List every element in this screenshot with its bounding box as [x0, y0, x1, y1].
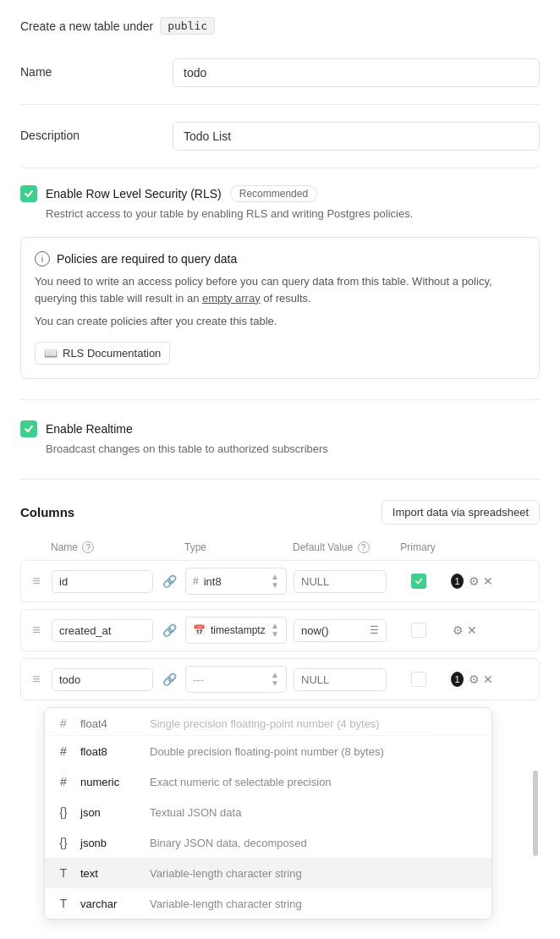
default-with-icon-2[interactable]: now() ☰	[294, 619, 387, 642]
table-row: ≡ 🔗 --- ▲▼ 1 ⚙ ✕	[20, 658, 540, 700]
row-actions-2: ⚙ ✕	[451, 623, 493, 637]
type-dropdown: # float4 Single precision floating-point…	[20, 707, 540, 920]
check-icon-1	[415, 577, 423, 585]
list-item[interactable]: # numeric Exact numeric of selectable pr…	[45, 766, 491, 797]
divider-3	[20, 399, 540, 400]
columns-title: Columns	[20, 505, 74, 519]
rls-header: Enable Row Level Security (RLS) Recommen…	[20, 185, 540, 202]
description-label: Description	[20, 122, 156, 142]
primary-checkbox-empty-2[interactable]	[411, 623, 426, 638]
gear-icon-1[interactable]: ⚙	[469, 574, 480, 588]
book-icon: 📖	[44, 347, 58, 360]
recommended-badge: Recommended	[230, 185, 317, 202]
columns-header: Columns Import data via spreadsheet	[20, 500, 540, 524]
dropdown-list: # float4 Single precision floating-point…	[44, 707, 492, 920]
divider-4	[20, 479, 540, 480]
name-field-row: Name	[20, 58, 540, 87]
json-icon: {}	[57, 805, 70, 819]
col-header-default: Default Value ?	[293, 541, 386, 554]
type-select-3[interactable]: --- ▲▼	[185, 666, 287, 693]
rls-description: Restrict access to your table by enablin…	[46, 207, 540, 220]
divider-2	[20, 167, 540, 168]
list-item[interactable]: T text Variable-length character string	[45, 858, 491, 888]
type-icon-1: #	[193, 575, 199, 587]
divider-1	[20, 104, 540, 105]
varchar-icon: T	[57, 897, 70, 910]
numeric-icon: #	[57, 775, 70, 788]
gear-icon-3[interactable]: ⚙	[469, 673, 480, 686]
text-icon: T	[57, 866, 70, 880]
delete-row-1[interactable]: ✕	[483, 574, 493, 588]
col-header-primary: Primary	[393, 541, 443, 553]
primary-checkbox-empty-3[interactable]	[411, 672, 426, 687]
column-name-input-3[interactable]	[52, 668, 153, 691]
delete-row-2[interactable]: ✕	[467, 623, 477, 637]
info-box: i Policies are required to query data Yo…	[20, 237, 540, 379]
description-input[interactable]	[173, 122, 540, 151]
table-row: ≡ 🔗 📅 timestamptz ▲▼ now() ☰ ⚙ ✕	[20, 609, 540, 651]
page-header: Create a new table under public	[20, 17, 540, 35]
description-field-row: Description	[20, 122, 540, 151]
type-arrows-1: ▲▼	[271, 573, 279, 590]
primary-checkbox-1[interactable]	[393, 574, 444, 589]
checkmark-icon-2	[24, 424, 34, 434]
gear-icon-2[interactable]: ⚙	[453, 623, 464, 637]
default-help-icon[interactable]: ?	[358, 541, 370, 553]
float4-icon: #	[57, 717, 70, 730]
list-item[interactable]: # float4 Single precision floating-point…	[45, 708, 491, 736]
schema-badge[interactable]: public	[160, 17, 215, 35]
rls-documentation-button[interactable]: 📖 RLS Documentation	[35, 342, 170, 365]
list-item[interactable]: # float8 Double precision floating-point…	[45, 736, 491, 766]
list-item[interactable]: {} jsonb Binary JSON data, decomposed	[45, 827, 491, 858]
name-input[interactable]	[173, 58, 540, 87]
delete-row-3[interactable]: ✕	[483, 673, 493, 686]
info-box-text1: You need to write an access policy befor…	[35, 273, 525, 306]
realtime-section: Enable Realtime Broadcast changes on thi…	[20, 420, 540, 455]
drag-handle-3[interactable]: ≡	[28, 672, 45, 687]
col-header-name: Name ?	[51, 541, 152, 554]
rls-title: Enable Row Level Security (RLS)	[46, 187, 222, 200]
info-box-text2: You can create policies after you create…	[35, 313, 525, 330]
float8-icon: #	[57, 744, 70, 758]
column-name-input-1[interactable]	[52, 570, 153, 593]
columns-section: Columns Import data via spreadsheet Name…	[20, 500, 540, 920]
name-label: Name	[20, 58, 156, 79]
default-input-1[interactable]	[294, 570, 387, 593]
rls-checkbox[interactable]	[20, 185, 37, 202]
empty-array-link[interactable]: empty array	[202, 292, 261, 305]
rls-section: Enable Row Level Security (RLS) Recommen…	[20, 185, 540, 220]
type-select-1[interactable]: # int8 ▲▼	[185, 568, 287, 595]
row-actions-1: 1 ⚙ ✕	[451, 574, 493, 589]
realtime-title: Enable Realtime	[46, 422, 133, 436]
info-box-title: Policies are required to query data	[57, 252, 237, 266]
primary-checkbox-green-1[interactable]	[411, 574, 426, 589]
table-row: ≡ 🔗 # int8 ▲▼ 1 ⚙ ✕	[20, 560, 540, 602]
link-icon-3[interactable]: 🔗	[160, 673, 178, 686]
realtime-checkbox[interactable]	[20, 420, 37, 437]
name-help-icon[interactable]: ?	[82, 541, 94, 553]
default-input-3[interactable]	[294, 668, 387, 691]
type-select-2[interactable]: 📅 timestamptz ▲▼	[185, 617, 287, 644]
drag-handle-2[interactable]: ≡	[28, 623, 45, 638]
primary-checkbox-3[interactable]	[393, 672, 444, 687]
jsonb-icon: {}	[57, 836, 70, 849]
list-item[interactable]: T varchar Variable-length character stri…	[45, 888, 491, 919]
type-arrows-2: ▲▼	[271, 622, 279, 639]
checkmark-icon	[24, 189, 34, 199]
drag-handle-1[interactable]: ≡	[28, 574, 45, 589]
col-header-type: Type	[184, 541, 286, 553]
column-name-input-2[interactable]	[52, 619, 153, 642]
link-icon-1[interactable]: 🔗	[160, 574, 178, 588]
link-icon-2[interactable]: 🔗	[160, 623, 178, 637]
menu-icon-2: ☰	[370, 624, 379, 636]
info-box-header: i Policies are required to query data	[35, 251, 525, 266]
realtime-description: Broadcast changes on this table to autho…	[46, 442, 540, 455]
primary-checkbox-2[interactable]	[393, 623, 444, 638]
header-prefix: Create a new table under	[20, 19, 153, 33]
type-arrows-3: ▲▼	[271, 671, 279, 688]
list-item[interactable]: {} json Textual JSON data	[45, 797, 491, 827]
info-icon: i	[35, 251, 50, 266]
badge-1: 1	[451, 574, 464, 589]
import-spreadsheet-button[interactable]: Import data via spreadsheet	[382, 500, 540, 524]
column-table-header: Name ? Type Default Value ? Primary	[20, 538, 540, 557]
